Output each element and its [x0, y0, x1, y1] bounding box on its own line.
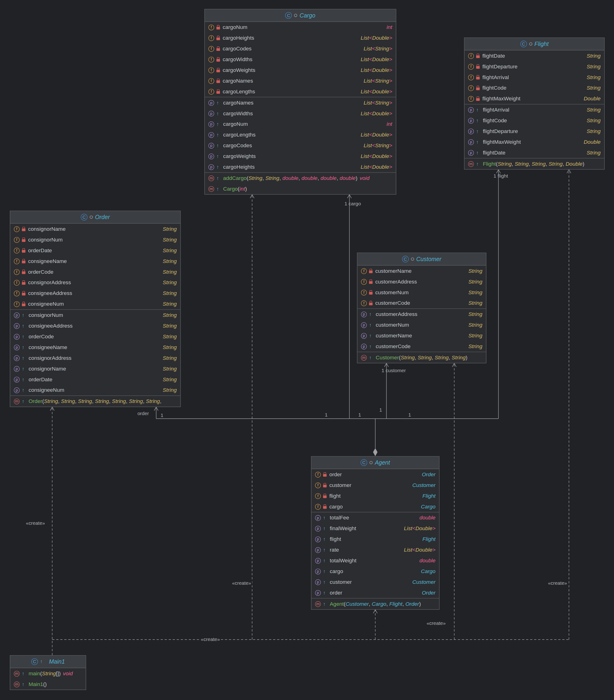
field-icon: f	[468, 74, 474, 80]
property-row[interactable]: p↑consigneeNumString	[10, 385, 180, 396]
field-row[interactable]: forderDateString	[10, 245, 180, 256]
property-row[interactable]: p↑consignorNameString	[10, 363, 180, 374]
property-row[interactable]: p↑consignorNumString	[10, 310, 180, 320]
property-row[interactable]: p↑orderDateString	[10, 374, 180, 385]
property-row[interactable]: p↑cargoCodesList<String>	[205, 140, 396, 151]
field-row[interactable]: fconsignorNameString	[10, 224, 180, 234]
method-row[interactable]: m↑Customer(String, String, String, Strin…	[358, 352, 486, 363]
property-row[interactable]: p↑customerCustomer	[311, 577, 439, 587]
property-row[interactable]: p↑cargoNamesList<String>	[205, 97, 396, 108]
class-node-agent[interactable]: CAgentforderOrderfcustomerCustomerffligh…	[311, 456, 439, 610]
class-node-order[interactable]: COrderfconsignorNameStringfconsignorNumS…	[10, 211, 181, 407]
class-header[interactable]: CCustomer	[358, 253, 486, 266]
property-row[interactable]: p↑rateList<Double>	[311, 545, 439, 555]
member-type: String	[158, 387, 177, 393]
property-row[interactable]: p↑flightMaxWeightDouble	[464, 137, 604, 147]
property-row[interactable]: p↑cargoCargo	[311, 566, 439, 577]
field-row[interactable]: fcargoCodesList<String>	[205, 43, 396, 54]
field-row[interactable]: fcustomerAddressString	[358, 276, 486, 287]
class-node-flight[interactable]: CFlightfflightDateStringfflightDeparture…	[464, 38, 605, 170]
class-body: m↑main(String[])voidm↑Main1()	[10, 668, 86, 689]
class-header[interactable]: C↑Main1	[10, 656, 86, 668]
field-row[interactable]: fcargoWeightsList<Double>	[205, 65, 396, 75]
member-type: List<String>	[358, 100, 392, 106]
field-row[interactable]: fconsignorAddressString	[10, 277, 180, 288]
field-row[interactable]: fcustomerCustomer	[311, 480, 439, 490]
property-row[interactable]: p↑totalFeedouble	[311, 512, 439, 523]
field-row[interactable]: fcustomerCodeString	[358, 298, 486, 309]
method-row[interactable]: m↑Order(String, String, String, String, …	[10, 396, 180, 407]
class-header[interactable]: CFlight	[464, 38, 604, 51]
public-arrow-icon: ↑	[476, 161, 480, 166]
property-icon: p	[14, 312, 20, 318]
property-row[interactable]: p↑consignorAddressString	[10, 352, 180, 363]
member-name: flightMaxWeight	[483, 96, 521, 102]
field-row[interactable]: fcargoNamesList<String>	[205, 75, 396, 86]
method-row[interactable]: m↑Cargo(int)	[205, 184, 396, 194]
class-header[interactable]: COrder	[10, 211, 180, 224]
field-row[interactable]: fcargoCargo	[311, 501, 439, 512]
field-row[interactable]: fcustomerNumString	[358, 287, 486, 298]
property-row[interactable]: p↑flightCodeString	[464, 115, 604, 126]
field-row[interactable]: forderCodeString	[10, 266, 180, 277]
property-row[interactable]: p↑customerNameString	[358, 330, 486, 341]
field-row[interactable]: fconsignorNumString	[10, 234, 180, 245]
property-row[interactable]: p↑customerCodeString	[358, 341, 486, 352]
field-row[interactable]: fflightArrivalString	[464, 72, 604, 83]
field-row[interactable]: fcargoHeightsList<Double>	[205, 33, 396, 43]
field-row[interactable]: fflightFlight	[311, 490, 439, 501]
field-row[interactable]: fflightDateString	[464, 50, 604, 61]
method-row[interactable]: m↑Main1()	[10, 679, 86, 689]
member-type: List<String>	[358, 46, 392, 52]
field-row[interactable]: fcargoWidthsList<Double>	[205, 54, 396, 65]
class-icon: C	[402, 256, 409, 262]
property-row[interactable]: p↑finalWeightList<Double>	[311, 523, 439, 534]
field-row[interactable]: fcustomerNameString	[358, 265, 486, 276]
method-row[interactable]: m↑main(String[])void	[10, 668, 86, 679]
field-row[interactable]: fcargoLengthsList<Double>	[205, 86, 396, 97]
property-row[interactable]: p↑cargoWidthsList<Double>	[205, 108, 396, 119]
property-row[interactable]: p↑flightFlight	[311, 534, 439, 545]
method-row[interactable]: m↑Flight(String, String, String, String,…	[464, 159, 604, 169]
property-row[interactable]: p↑consigneeAddressString	[10, 320, 180, 331]
field-row[interactable]: fflightMaxWeightDouble	[464, 93, 604, 104]
property-row[interactable]: p↑cargoHeightsList<Double>	[205, 161, 396, 172]
property-row[interactable]: p↑cargoWeightsList<Double>	[205, 151, 396, 162]
field-row[interactable]: fconsigneeNumString	[10, 299, 180, 309]
class-header[interactable]: CCargo	[205, 9, 396, 22]
method-row[interactable]: m↑Agent(Customer, Cargo, Flight, Order)	[311, 599, 439, 609]
property-row[interactable]: p↑cargoNumint	[205, 119, 396, 129]
property-row[interactable]: p↑flightArrivalString	[464, 104, 604, 115]
class-node-customer[interactable]: CCustomerfcustomerNameStringfcustomerAdd…	[357, 253, 486, 363]
method-row[interactable]: m↑addCargo(String, String, double, doubl…	[205, 173, 396, 184]
class-node-cargo[interactable]: CCargofcargoNumintfcargoHeightsList<Doub…	[204, 9, 396, 195]
private-lock-icon	[22, 303, 25, 306]
property-icon: p	[315, 536, 321, 542]
field-row[interactable]: fconsigneeNameString	[10, 256, 180, 266]
field-row[interactable]: forderOrder	[311, 469, 439, 480]
method-signature: Agent(Customer, Cargo, Flight, Order)	[330, 601, 421, 607]
uml-diagram-canvas[interactable]: CCargofcargoNumintfcargoHeightsList<Doub…	[0, 0, 614, 700]
field-row[interactable]: fcargoNumint	[205, 22, 396, 33]
property-row[interactable]: p↑cargoLengthsList<Double>	[205, 129, 396, 140]
field-row[interactable]: fflightCodeString	[464, 83, 604, 93]
member-name: customer	[329, 482, 351, 488]
multiplicity-label: 1 customer	[381, 368, 406, 373]
field-row[interactable]: fflightDepartureString	[464, 61, 604, 72]
field-icon: f	[468, 85, 474, 91]
property-row[interactable]: p↑totalWeightdouble	[311, 555, 439, 566]
public-arrow-icon: ↑	[216, 122, 221, 126]
property-row[interactable]: p↑customerAddressString	[358, 309, 486, 320]
property-row[interactable]: p↑consigneeNameString	[10, 342, 180, 352]
member-name: cargoWidths	[223, 110, 253, 116]
class-node-main1[interactable]: C↑Main1m↑main(String[])voidm↑Main1()	[10, 655, 86, 690]
property-row[interactable]: p↑customerNumString	[358, 320, 486, 330]
property-row[interactable]: p↑orderOrder	[311, 587, 439, 598]
field-row[interactable]: fconsigneeAddressString	[10, 288, 180, 299]
class-icon: C	[285, 12, 292, 19]
property-row[interactable]: p↑flightDepartureString	[464, 126, 604, 137]
class-header[interactable]: CAgent	[311, 457, 439, 469]
property-icon: p	[468, 150, 474, 155]
property-row[interactable]: p↑orderCodeString	[10, 331, 180, 342]
property-row[interactable]: p↑flightDateString	[464, 147, 604, 158]
